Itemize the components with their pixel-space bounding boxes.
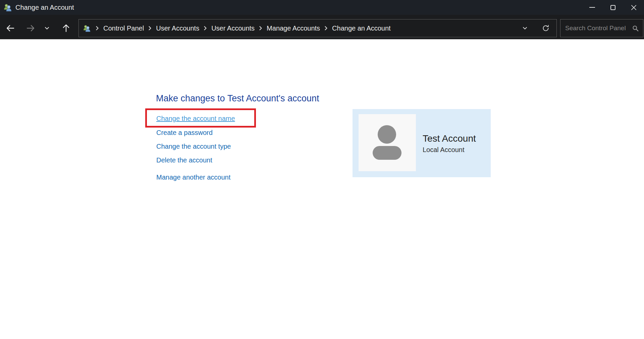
address-dropdown-button[interactable] xyxy=(518,21,532,36)
user-accounts-icon xyxy=(3,3,12,12)
window-controls xyxy=(582,0,644,15)
account-tile: Test Account Local Account xyxy=(353,109,491,177)
breadcrumb-item-user-accounts-2[interactable]: User Accounts xyxy=(210,25,256,32)
window-title: Change an Account xyxy=(15,4,74,11)
breadcrumb-item-control-panel[interactable]: Control Panel xyxy=(102,25,146,32)
titlebar: Change an Account xyxy=(0,0,644,15)
forward-arrow-icon xyxy=(25,23,36,33)
search-input[interactable] xyxy=(560,25,632,32)
refresh-button[interactable] xyxy=(538,21,553,36)
address-bar[interactable]: Control Panel User Accounts User Account… xyxy=(78,19,557,37)
maximize-icon xyxy=(610,5,615,10)
breadcrumb-separator-icon xyxy=(322,26,330,31)
search-icon xyxy=(632,25,639,32)
back-button[interactable] xyxy=(2,20,19,37)
breadcrumb-separator-icon xyxy=(93,26,102,31)
maximize-button[interactable] xyxy=(602,0,623,15)
link-manage-another-account[interactable]: Manage another account xyxy=(156,174,230,181)
close-icon xyxy=(631,4,637,11)
link-change-account-type[interactable]: Change the account type xyxy=(156,143,231,150)
recent-pages-chevron-icon xyxy=(44,26,50,31)
address-bar-actions xyxy=(518,21,553,36)
search-box xyxy=(560,19,643,37)
control-panel-window: Change an Account xyxy=(0,0,644,339)
minimize-icon xyxy=(589,7,595,8)
navigation-bar: Control Panel User Accounts User Account… xyxy=(0,15,644,39)
back-arrow-icon xyxy=(5,23,15,33)
refresh-icon xyxy=(542,24,550,32)
breadcrumb-separator-icon xyxy=(256,26,265,31)
account-type: Local Account xyxy=(423,146,476,154)
breadcrumb-item-change-an-account[interactable]: Change an Account xyxy=(330,25,392,32)
user-accounts-icon xyxy=(82,24,93,32)
close-button[interactable] xyxy=(623,0,644,15)
page-content: Make changes to Test Account's account C… xyxy=(0,40,644,339)
person-silhouette-icon xyxy=(359,114,416,171)
up-button[interactable] xyxy=(58,20,74,37)
minimize-button[interactable] xyxy=(582,0,602,15)
page-title: Make changes to Test Account's account xyxy=(156,93,319,104)
link-change-account-name[interactable]: Change the account name xyxy=(156,115,235,123)
up-arrow-icon xyxy=(61,23,71,33)
forward-button[interactable] xyxy=(22,20,39,37)
account-name: Test Account xyxy=(423,133,476,144)
recent-pages-button[interactable] xyxy=(41,20,53,37)
breadcrumb-item-user-accounts[interactable]: User Accounts xyxy=(154,25,201,32)
link-create-password[interactable]: Create a password xyxy=(156,129,213,137)
breadcrumb-item-manage-accounts[interactable]: Manage Accounts xyxy=(265,25,322,32)
account-info: Test Account Local Account xyxy=(423,133,476,154)
breadcrumb-separator-icon xyxy=(201,26,210,31)
address-dropdown-chevron-icon xyxy=(522,26,528,31)
breadcrumb-separator-icon xyxy=(146,26,154,31)
link-delete-account[interactable]: Delete the account xyxy=(156,156,212,164)
